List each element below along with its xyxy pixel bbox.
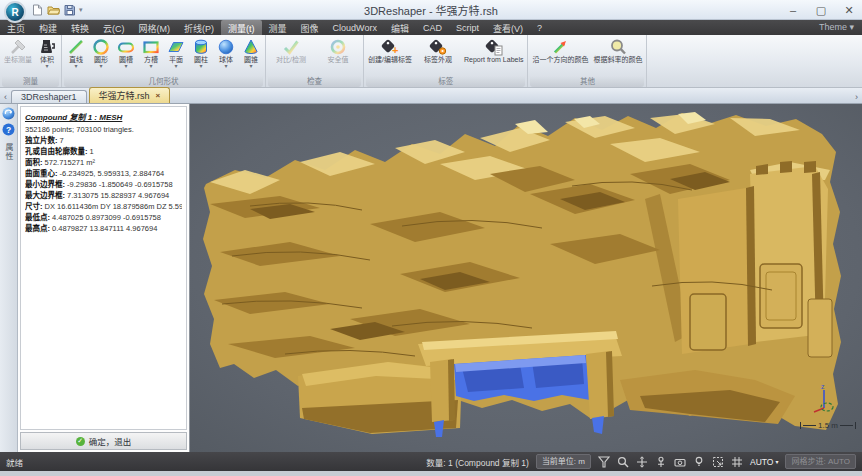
- status-bar: 就绪 数量: 1 (Compound 复制 1) 当前单位: m AUTO▾ 网…: [0, 452, 862, 471]
- theme-selector[interactable]: Theme ▾: [819, 22, 854, 32]
- checkmark-icon: [282, 37, 300, 56]
- menu-tab-cloud[interactable]: 云(C): [96, 20, 132, 35]
- circle-tool-button[interactable]: 圆形▾: [89, 36, 113, 70]
- menu-tab-cad[interactable]: CAD: [416, 20, 449, 35]
- menu-tab-polyline[interactable]: 折线(P): [177, 20, 221, 35]
- menu-tab-edit[interactable]: 编辑: [384, 20, 416, 35]
- magnifier-icon: [609, 37, 627, 56]
- menu-tab-image[interactable]: 图像: [294, 20, 326, 35]
- sphere-tool-button[interactable]: 球体▾: [214, 36, 238, 70]
- app-logo-icon[interactable]: R: [4, 1, 26, 23]
- scale-bar-label: 1.5 m: [818, 421, 838, 430]
- coordinate-measure-button[interactable]: 坐标测量: [2, 36, 34, 65]
- menu-tab-construct[interactable]: 构建: [32, 20, 64, 35]
- color-by-slope-button[interactable]: 根据斜率的颜色: [591, 36, 644, 65]
- title-bar: R ▾ 3DReshaper - 华强方特.rsh – ▢ ✕: [0, 0, 862, 20]
- help-icon[interactable]: ?: [2, 123, 15, 136]
- rotate-view-icon[interactable]: [2, 107, 15, 120]
- property-area: 面积: 572.715271 m²: [25, 157, 182, 168]
- chevron-down-icon[interactable]: ▾: [249, 64, 252, 69]
- chevron-down-icon[interactable]: ▾: [199, 64, 202, 69]
- properties-header: Compound 复制 1 : MESH: [25, 111, 182, 122]
- property-bbox-min: 最小边界框: -9.29836 -1.850649 -0.6915758: [25, 179, 182, 190]
- safety-value-button[interactable]: 安全值: [315, 36, 361, 65]
- properties-dock-tab[interactable]: 属性: [3, 143, 14, 161]
- ribbon-empty-area: [647, 35, 862, 87]
- filter-icon[interactable]: [598, 456, 610, 468]
- line-tool-button[interactable]: 直线▾: [64, 36, 88, 70]
- chevron-down-icon[interactable]: ▾: [74, 64, 77, 69]
- menu-tab-view[interactable]: 查看(V): [486, 20, 530, 35]
- menu-tab-convert[interactable]: 转换: [64, 20, 96, 35]
- label-appearance-button[interactable]: 标签外观: [415, 36, 461, 65]
- axis-z-label: z: [821, 383, 825, 390]
- ribbon-toolbar: 坐标测量 体积 ▾ 测量 直线▾ 圆: [0, 35, 862, 88]
- maximize-button[interactable]: ▢: [814, 4, 828, 17]
- property-highest-point: 最高点: 0.4879827 13.847111 4.967694: [25, 223, 182, 234]
- camera-orientation-icon[interactable]: [674, 456, 686, 468]
- doc-tab-3dreshaper1[interactable]: 3DReshaper1: [11, 90, 87, 103]
- rotation-center-icon[interactable]: [655, 456, 667, 468]
- main-area: ? 属性 Compound 复制 1 : MESH 352186 points;…: [0, 104, 862, 452]
- ribbon-group-misc: 沿一个方向的颜色 根据斜率的颜色 其他: [528, 35, 647, 87]
- plane-shape-icon: [167, 37, 185, 56]
- chevron-down-icon[interactable]: ▾: [224, 64, 227, 69]
- beaker-icon: [38, 37, 56, 56]
- status-units[interactable]: 当前单位: m: [536, 454, 591, 469]
- doc-tab-huaqiangfangte[interactable]: 华强方特.rsh ×: [89, 87, 171, 103]
- ribbon-group-label-geometry: 几何形状: [64, 76, 263, 87]
- tab-scroll-left-icon[interactable]: ‹: [2, 92, 9, 103]
- pan-icon[interactable]: [636, 456, 648, 468]
- auto-dropdown[interactable]: AUTO▾: [750, 457, 778, 467]
- tag-plus-icon: +: [380, 37, 400, 56]
- property-lowest-point: 最低点: 4.487025 0.8973099 -0.6915758: [25, 212, 182, 223]
- cylinder-shape-icon: [192, 37, 210, 56]
- svg-text:?: ?: [6, 125, 11, 135]
- light-icon[interactable]: [693, 456, 705, 468]
- volume-button[interactable]: 体积 ▾: [35, 36, 59, 70]
- window-controls: – ▢ ✕: [786, 0, 856, 20]
- grid-icon[interactable]: [731, 456, 743, 468]
- rect-slot-tool-button[interactable]: 方槽▾: [139, 36, 163, 70]
- menu-tab-help[interactable]: ?: [530, 20, 549, 35]
- properties-panel: Compound 复制 1 : MESH 352186 points; 7031…: [18, 104, 190, 452]
- ribbon-group-label-labels: 标签: [366, 76, 525, 87]
- color-along-direction-button[interactable]: 沿一个方向的颜色: [530, 36, 590, 65]
- round-slot-tool-button[interactable]: 圆槽▾: [114, 36, 138, 70]
- cone-tool-button[interactable]: 圆锥▾: [239, 36, 263, 70]
- menu-tab-script[interactable]: Script: [449, 20, 486, 35]
- status-selection-text: 数量: 1 (Compound 复制 1): [426, 456, 529, 468]
- chevron-down-icon[interactable]: ▾: [124, 64, 127, 69]
- cylinder-tool-button[interactable]: 圆柱▾: [189, 36, 213, 70]
- menu-tab-mesh[interactable]: 网格(M): [132, 20, 178, 35]
- axis-triad: z: [810, 382, 840, 418]
- green-check-icon: ✓: [76, 437, 85, 446]
- viewport-3d[interactable]: z 1.5 m: [190, 104, 862, 452]
- plane-tool-button[interactable]: 平面▾: [164, 36, 188, 70]
- round-slot-shape-icon: [117, 37, 135, 56]
- report-from-labels-button[interactable]: Report from Labels: [462, 36, 526, 65]
- chevron-down-icon[interactable]: ▾: [149, 64, 152, 69]
- ribbon-group-measure: 坐标测量 体积 ▾ 测量: [0, 35, 62, 87]
- sphere-shape-icon: [217, 37, 235, 56]
- tab-close-icon[interactable]: ×: [156, 91, 161, 100]
- menu-tab-cloudworx[interactable]: CloudWorx: [326, 20, 384, 35]
- properties-body: Compound 复制 1 : MESH 352186 points; 7031…: [20, 106, 187, 430]
- selection-mode-icon[interactable]: [712, 456, 724, 468]
- ribbon-group-label-misc: 其他: [530, 76, 644, 87]
- zoom-icon[interactable]: [617, 456, 629, 468]
- menu-tab-probe[interactable]: 测量: [262, 20, 294, 35]
- compare-inspect-button[interactable]: 对比/检测: [268, 36, 314, 65]
- chevron-down-icon[interactable]: ▾: [99, 64, 102, 69]
- menu-tab-measure-active[interactable]: 测量(t): [221, 20, 262, 35]
- close-button[interactable]: ✕: [842, 4, 856, 17]
- minimize-button[interactable]: –: [786, 4, 800, 16]
- confirm-exit-button[interactable]: ✓ 确定，退出: [20, 432, 187, 450]
- chevron-down-icon[interactable]: ▾: [174, 64, 177, 69]
- ribbon-group-labels: + 创建/编辑标签 标签外观 Report from Labels 标签: [364, 35, 528, 87]
- ring-blob-icon: [329, 37, 347, 56]
- create-edit-label-button[interactable]: + 创建/编辑标签: [366, 36, 414, 65]
- tab-scroll-right-icon[interactable]: ›: [853, 92, 860, 103]
- property-holes-contours: 孔或自由轮廓数量: 1: [25, 146, 182, 157]
- chevron-down-icon[interactable]: ▾: [45, 64, 48, 69]
